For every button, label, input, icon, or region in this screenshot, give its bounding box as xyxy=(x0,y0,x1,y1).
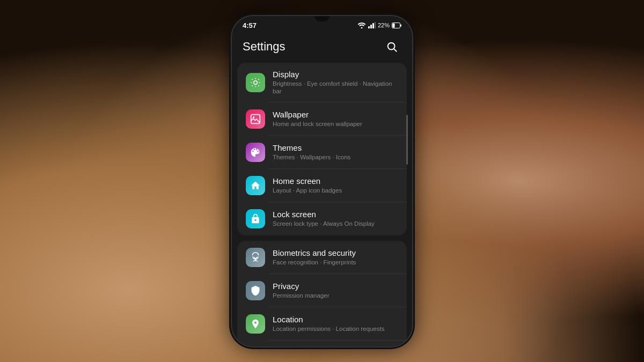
app-header: Settings xyxy=(232,33,412,63)
settings-group-2: Biometrics and security Face recognition… xyxy=(237,241,407,346)
homescreen-icon-bg xyxy=(246,176,265,195)
lockscreen-icon-bg xyxy=(246,209,265,228)
status-time: 4:57 xyxy=(243,21,257,29)
settings-item-wallpaper[interactable]: Wallpaper Home and lock screen wallpaper xyxy=(237,102,407,136)
phone-device: 4:57 22% xyxy=(231,15,413,348)
signal-icon xyxy=(368,22,376,28)
search-button[interactable] xyxy=(382,37,401,56)
settings-item-display[interactable]: Display Brightness · Eye comfort shield … xyxy=(237,63,407,103)
svg-rect-6 xyxy=(393,23,395,27)
svg-line-16 xyxy=(252,85,253,86)
svg-rect-1 xyxy=(370,25,372,28)
svg-point-9 xyxy=(254,81,258,85)
svg-rect-3 xyxy=(375,22,376,28)
settings-item-homescreen[interactable]: Home screen Layout · App icon badges xyxy=(237,169,407,202)
phone-wrapper: 4:57 22% xyxy=(231,15,413,348)
settings-item-privacy[interactable]: Privacy Permission manager xyxy=(237,274,407,307)
themes-title: Themes xyxy=(273,143,398,152)
svg-line-8 xyxy=(394,49,397,51)
svg-rect-5 xyxy=(400,24,401,26)
phone-screen: 4:57 22% xyxy=(232,16,412,346)
display-text: Display Brightness · Eye comfort shield … xyxy=(273,70,398,96)
svg-point-7 xyxy=(388,42,395,49)
settings-group-1: Display Brightness · Eye comfort shield … xyxy=(237,63,407,236)
svg-rect-0 xyxy=(368,26,370,28)
biometrics-icon-bg xyxy=(246,248,265,267)
settings-item-biometrics[interactable]: Biometrics and security Face recognition… xyxy=(237,241,407,274)
privacy-subtitle: Permission manager xyxy=(273,292,398,300)
lockscreen-subtitle: Screen lock type · Always On Display xyxy=(273,220,398,228)
settings-item-location[interactable]: Location Location permissions · Location… xyxy=(237,307,407,341)
settings-item-themes[interactable]: Themes Themes · Wallpapers · Icons xyxy=(237,136,407,169)
app-title: Settings xyxy=(243,40,286,54)
display-title: Display xyxy=(273,70,398,79)
homescreen-text: Home screen Layout · App icon badges xyxy=(273,176,398,195)
lockscreen-title: Lock screen xyxy=(273,210,398,219)
location-text: Location Location permissions · Location… xyxy=(273,315,398,333)
biometrics-title: Biometrics and security xyxy=(273,248,398,257)
svg-line-12 xyxy=(252,79,253,79)
location-subtitle: Location permissions · Location requests xyxy=(273,325,398,333)
settings-item-lockscreen[interactable]: Lock screen Screen lock type · Always On… xyxy=(237,202,407,235)
privacy-title: Privacy xyxy=(273,282,398,291)
themes-subtitle: Themes · Wallpapers · Icons xyxy=(273,153,398,161)
wifi-icon xyxy=(357,22,366,28)
display-icon xyxy=(246,73,265,92)
themes-text: Themes Themes · Wallpapers · Icons xyxy=(273,143,398,161)
privacy-text: Privacy Permission manager xyxy=(273,282,398,300)
display-subtitle: Brightness · Eye comfort shield · Naviga… xyxy=(273,80,398,96)
scroll-indicator xyxy=(406,115,408,164)
homescreen-subtitle: Layout · App icon badges xyxy=(273,187,398,195)
homescreen-title: Home screen xyxy=(273,176,398,186)
themes-icon-bg xyxy=(246,143,265,162)
wallpaper-text: Wallpaper Home and lock screen wallpaper xyxy=(273,110,398,128)
battery-text: 22% xyxy=(378,22,390,28)
settings-item-google[interactable]: G Google xyxy=(237,341,407,346)
search-icon xyxy=(386,41,398,53)
privacy-icon-bg xyxy=(246,281,265,300)
location-icon-bg xyxy=(246,314,265,334)
biometrics-text: Biometrics and security Face recognition… xyxy=(273,248,398,267)
svg-rect-2 xyxy=(372,23,374,28)
svg-point-19 xyxy=(253,116,254,118)
location-title: Location xyxy=(273,315,398,324)
battery-icon xyxy=(392,23,401,28)
wallpaper-icon-bg xyxy=(246,109,265,129)
wallpaper-title: Wallpaper xyxy=(273,110,398,119)
biometrics-subtitle: Face recognition · Fingerprints xyxy=(273,258,398,267)
svg-line-17 xyxy=(258,79,259,79)
lockscreen-text: Lock screen Screen lock type · Always On… xyxy=(273,210,398,228)
status-icons: 22% xyxy=(357,22,401,28)
svg-line-13 xyxy=(258,85,259,86)
wallpaper-subtitle: Home and lock screen wallpaper xyxy=(273,120,398,128)
screen-content[interactable]: Display Brightness · Eye comfort shield … xyxy=(232,63,412,346)
